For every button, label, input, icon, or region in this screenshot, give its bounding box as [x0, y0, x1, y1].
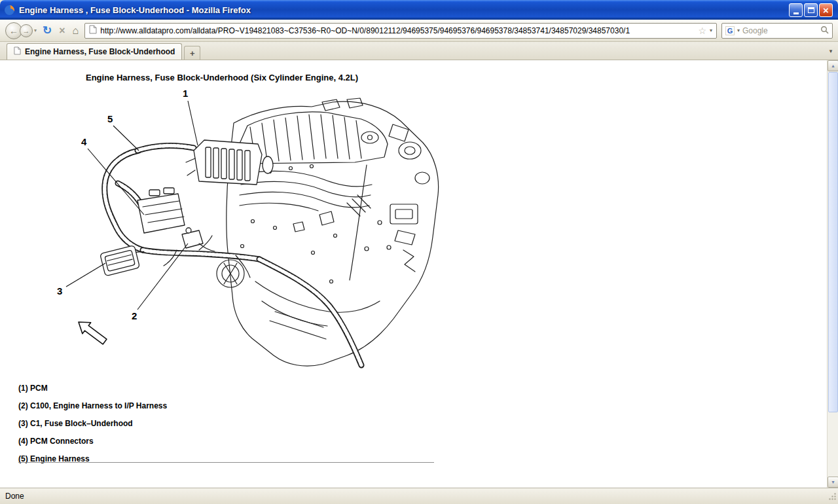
reload-icon[interactable]: ↻ — [41, 24, 53, 37]
tab-engine-harness[interactable]: Engine Harness, Fuse Block-Underhood — [7, 43, 182, 60]
url-dropdown-icon[interactable]: ▾ — [710, 27, 712, 33]
minimize-icon — [793, 12, 799, 14]
callout-1: 1 — [183, 88, 188, 99]
minimize-button[interactable] — [789, 3, 803, 17]
scrollbar-thumb[interactable] — [828, 72, 838, 412]
window-title: Engine Harness , Fuse Block-Underhood - … — [19, 5, 789, 15]
direction-arrow — [79, 322, 107, 344]
legend-item-3: (3) C1, Fuse Block–Underhood — [18, 415, 167, 433]
status-bar: Done — [0, 488, 838, 504]
tab-favicon-icon — [14, 46, 21, 58]
url-bar[interactable]: http://www.alldatapro.com/alldata/PRO~V1… — [84, 23, 717, 39]
fuse-block-underhood — [186, 140, 273, 185]
page-content: Engine Harness, Fuse Block-Underhood (Si… — [0, 60, 838, 488]
window-controls: × — [789, 3, 833, 17]
tab-strip: Engine Harness, Fuse Block-Underhood + ▾ — [0, 42, 838, 60]
parts-legend: (1) PCM (2) C100, Engine Harness to I/P … — [18, 380, 167, 468]
callout-4: 4 — [81, 136, 87, 147]
legend-divider — [18, 462, 434, 463]
search-box[interactable]: G ▾ Google — [721, 23, 833, 39]
new-tab-button[interactable]: + — [184, 46, 200, 60]
titlebar: Engine Harness , Fuse Block-Underhood - … — [0, 0, 838, 20]
list-all-tabs-icon[interactable]: ▾ — [826, 45, 836, 57]
stop-icon[interactable]: × — [58, 25, 66, 37]
scroll-up-icon[interactable]: ▲ — [828, 60, 838, 71]
maximize-icon — [808, 7, 814, 13]
firefox-icon — [4, 5, 15, 16]
url-text[interactable]: http://www.alldatapro.com/alldata/PRO~V1… — [100, 26, 695, 35]
google-icon: G — [725, 26, 735, 35]
vertical-scrollbar[interactable]: ▲ ▼ — [827, 60, 838, 488]
search-engine-dropdown-icon[interactable]: ▾ — [737, 27, 740, 33]
search-input[interactable]: Google — [742, 26, 818, 35]
navigation-toolbar: ← → ▾ ↻ × ⌂ http://www.alldatapro.com/al… — [0, 20, 838, 42]
maximize-button[interactable] — [804, 3, 818, 17]
search-icon[interactable] — [820, 25, 829, 37]
pcm-module — [137, 188, 185, 233]
page-favicon-icon — [89, 25, 97, 37]
legend-item-1: (1) PCM — [18, 380, 167, 397]
legend-item-4: (4) PCM Connectors — [18, 433, 167, 450]
forward-button[interactable]: → — [20, 24, 33, 37]
page-title: Engine Harness, Fuse Block-Underhood (Si… — [86, 73, 358, 82]
history-dropdown-icon[interactable]: ▾ — [34, 27, 37, 33]
close-button[interactable]: × — [819, 3, 833, 17]
callout-5: 5 — [107, 113, 113, 124]
status-text: Done — [5, 492, 24, 501]
callout-2: 2 — [132, 310, 137, 321]
tab-label: Engine Harness, Fuse Block-Underhood — [25, 47, 175, 56]
bookmark-star-icon[interactable]: ☆ — [698, 26, 706, 35]
scroll-down-icon[interactable]: ▼ — [828, 477, 838, 488]
legend-item-2: (2) C100, Engine Harness to I/P Harness — [18, 397, 167, 415]
home-icon[interactable]: ⌂ — [71, 25, 81, 37]
engine-diagram: 1 2 3 4 5 — [39, 85, 445, 376]
callout-3: 3 — [57, 285, 62, 297]
legend-item-5: (5) Engine Harness — [18, 450, 167, 468]
resize-grip[interactable] — [828, 492, 837, 503]
